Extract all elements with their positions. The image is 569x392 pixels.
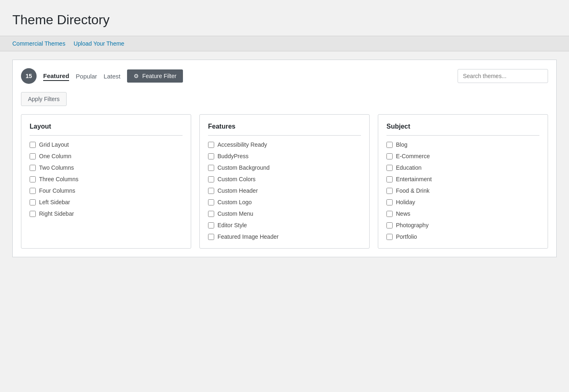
tab-latest[interactable]: Latest — [104, 72, 120, 81]
checkbox-item[interactable]: One Column — [30, 153, 183, 159]
checkbox-one-column[interactable] — [30, 153, 36, 159]
checkbox-news[interactable] — [386, 211, 393, 217]
checkbox-custom-menu[interactable] — [208, 211, 214, 217]
checkbox-label: Two Columns — [39, 164, 74, 171]
checkbox-buddypress[interactable] — [208, 153, 214, 159]
filter-column-title-subject: Subject — [386, 123, 539, 136]
checkbox-custom-colors[interactable] — [208, 176, 214, 182]
checkbox-label: Right Sidebar — [39, 210, 74, 217]
checkbox-item[interactable]: BuddyPress — [208, 153, 361, 159]
checkbox-e-commerce[interactable] — [386, 153, 393, 159]
checkbox-label: BuddyPress — [217, 153, 248, 159]
checkbox-item[interactable]: Two Columns — [30, 164, 183, 171]
checkbox-item[interactable]: Custom Colors — [208, 176, 361, 182]
tab-popular[interactable]: Popular — [76, 72, 97, 81]
checkbox-grid-layout[interactable] — [30, 142, 36, 148]
checkbox-left-sidebar[interactable] — [30, 199, 36, 205]
checkbox-item[interactable]: E-Commerce — [386, 153, 539, 159]
checkbox-label: Holiday — [396, 199, 415, 205]
checkbox-item[interactable]: Photography — [386, 222, 539, 228]
checkbox-food--drink[interactable] — [386, 188, 393, 194]
checkbox-item[interactable]: Portfolio — [386, 233, 539, 240]
checkbox-custom-background[interactable] — [208, 165, 214, 171]
checkbox-item[interactable]: Editor Style — [208, 222, 361, 228]
feature-filter-button[interactable]: ⚙ Feature Filter — [127, 69, 183, 83]
checkbox-label: Editor Style — [217, 222, 247, 228]
apply-filters-button[interactable]: Apply Filters — [21, 92, 67, 106]
checkbox-item[interactable]: Food & Drink — [386, 187, 539, 194]
checkbox-label: Custom Colors — [217, 176, 256, 182]
checkbox-item[interactable]: News — [386, 210, 539, 217]
checkbox-label: Grid Layout — [39, 141, 69, 148]
checkbox-education[interactable] — [386, 165, 393, 171]
checkbox-label: News — [396, 210, 410, 217]
gear-icon: ⚙ — [134, 73, 139, 79]
filter-column-features: FeaturesAccessibility ReadyBuddyPressCus… — [199, 114, 370, 249]
page-title: Theme Directory — [12, 8, 557, 28]
checkbox-list-layout: Grid LayoutOne ColumnTwo ColumnsThree Co… — [30, 141, 183, 217]
checkbox-label: Custom Logo — [217, 199, 252, 205]
checkbox-label: Custom Menu — [217, 210, 253, 217]
checkbox-blog[interactable] — [386, 142, 393, 148]
checkbox-label: Featured Image Header — [217, 233, 279, 240]
checkbox-three-columns[interactable] — [30, 176, 36, 182]
checkbox-item[interactable]: Custom Menu — [208, 210, 361, 217]
top-nav: Commercial ThemesUpload Your Theme — [0, 36, 569, 51]
checkbox-item[interactable]: Custom Header — [208, 187, 361, 194]
checkbox-right-sidebar[interactable] — [30, 211, 36, 217]
tab-featured[interactable]: Featured — [43, 71, 69, 81]
checkbox-holiday[interactable] — [386, 199, 393, 205]
filter-column-title-layout: Layout — [30, 123, 183, 136]
feature-filter-label: Feature Filter — [142, 73, 176, 79]
checkbox-accessibility-ready[interactable] — [208, 142, 214, 148]
checkbox-four-columns[interactable] — [30, 188, 36, 194]
checkbox-label: Photography — [396, 222, 428, 228]
checkbox-item[interactable]: Entertainment — [386, 176, 539, 182]
top-nav-link-upload-theme[interactable]: Upload Your Theme — [74, 40, 125, 47]
checkbox-item[interactable]: Education — [386, 164, 539, 171]
checkbox-label: Entertainment — [396, 176, 432, 182]
checkbox-item[interactable]: Custom Logo — [208, 199, 361, 205]
checkbox-label: E-Commerce — [396, 153, 430, 159]
checkbox-item[interactable]: Holiday — [386, 199, 539, 205]
checkbox-item[interactable]: Accessibility Ready — [208, 141, 361, 148]
page-wrapper: Theme Directory Commercial ThemesUpload … — [0, 0, 569, 392]
checkbox-label: One Column — [39, 153, 72, 159]
checkbox-featured-image-header[interactable] — [208, 234, 214, 240]
content-area: 15 FeaturedPopularLatest ⚙ Feature Filte… — [12, 60, 557, 257]
checkbox-label: Four Columns — [39, 187, 75, 194]
checkbox-item[interactable]: Right Sidebar — [30, 210, 183, 217]
checkbox-item[interactable]: Four Columns — [30, 187, 183, 194]
search-input[interactable] — [458, 69, 548, 83]
checkbox-label: Blog — [396, 141, 407, 148]
checkbox-editor-style[interactable] — [208, 222, 214, 228]
checkbox-label: Custom Background — [217, 164, 270, 171]
checkbox-item[interactable]: Three Columns — [30, 176, 183, 182]
checkbox-label: Education — [396, 164, 421, 171]
checkbox-photography[interactable] — [386, 222, 393, 228]
tabs-row: 15 FeaturedPopularLatest ⚙ Feature Filte… — [21, 68, 548, 84]
checkbox-list-subject: BlogE-CommerceEducationEntertainmentFood… — [386, 141, 539, 240]
checkbox-two-columns[interactable] — [30, 165, 36, 171]
checkbox-label: Accessibility Ready — [217, 141, 267, 148]
checkbox-portfolio[interactable] — [386, 234, 393, 240]
checkbox-item[interactable]: Blog — [386, 141, 539, 148]
filter-columns: LayoutGrid LayoutOne ColumnTwo ColumnsTh… — [21, 114, 548, 249]
filter-column-subject: SubjectBlogE-CommerceEducationEntertainm… — [378, 114, 548, 249]
checkbox-item[interactable]: Custom Background — [208, 164, 361, 171]
filter-column-layout: LayoutGrid LayoutOne ColumnTwo ColumnsTh… — [21, 114, 191, 249]
checkbox-label: Portfolio — [396, 233, 417, 240]
checkbox-custom-header[interactable] — [208, 188, 214, 194]
checkbox-item[interactable]: Featured Image Header — [208, 233, 361, 240]
checkbox-label: Food & Drink — [396, 187, 430, 194]
top-nav-link-commercial-themes[interactable]: Commercial Themes — [12, 40, 65, 47]
filter-column-title-features: Features — [208, 123, 361, 136]
checkbox-entertainment[interactable] — [386, 176, 393, 182]
checkbox-item[interactable]: Grid Layout — [30, 141, 183, 148]
checkbox-list-features: Accessibility ReadyBuddyPressCustom Back… — [208, 141, 361, 240]
checkbox-label: Left Sidebar — [39, 199, 70, 205]
checkbox-item[interactable]: Left Sidebar — [30, 199, 183, 205]
theme-count-badge: 15 — [21, 68, 37, 84]
checkbox-label: Three Columns — [39, 176, 79, 182]
checkbox-custom-logo[interactable] — [208, 199, 214, 205]
